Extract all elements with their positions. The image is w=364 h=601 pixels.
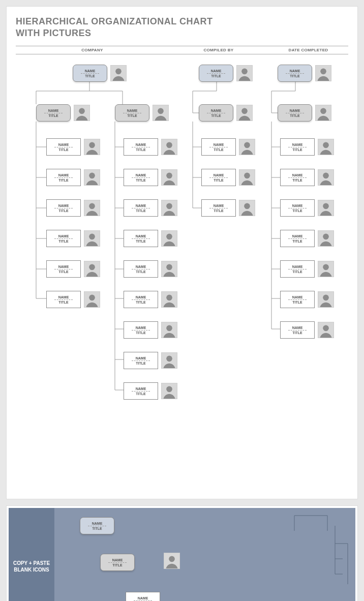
manager-node-col3[interactable]: NAME TITLE (199, 104, 253, 122)
child-node[interactable]: NAMETITLE (124, 321, 177, 339)
card-child[interactable]: NAMETITLE (124, 199, 158, 217)
child-node[interactable]: NAMETITLE (280, 169, 334, 186)
child-node[interactable]: NAMETITLE (280, 138, 334, 156)
card-child[interactable]: NAMETITLE (201, 138, 236, 156)
child-node[interactable]: NAMETITLE (201, 199, 255, 217)
card-child[interactable]: NAMETITLE (280, 199, 315, 217)
card-child[interactable]: NAMETITLE (124, 260, 158, 278)
card-title: TITLE (136, 270, 145, 274)
svg-point-61 (166, 356, 172, 362)
person-icon (162, 262, 176, 277)
card-manager-col2[interactable]: NAME TITLE (115, 104, 149, 122)
card-title: TITLE (58, 300, 68, 304)
card-blank-grey[interactable]: NAME TITLE (100, 554, 135, 571)
blank-connector-lines (254, 508, 355, 589)
card-divider (81, 73, 99, 74)
card-child[interactable]: NAMETITLE (124, 291, 158, 308)
child-node[interactable]: NAMETITLE (280, 291, 334, 308)
avatar-placeholder (239, 200, 255, 216)
person-icon (319, 232, 333, 246)
child-node[interactable]: NAMETITLE (46, 230, 100, 247)
card-name: NAME (292, 234, 303, 238)
child-node[interactable]: NAMETITLE (201, 169, 255, 186)
blank-card-grey[interactable]: NAME TITLE (100, 554, 135, 571)
card-child[interactable]: NAMETITLE (124, 230, 158, 247)
manager-node-col2[interactable]: NAME TITLE (115, 104, 169, 122)
svg-point-72 (323, 325, 329, 332)
svg-point-58 (166, 264, 172, 271)
card-child[interactable]: NAMETITLE (124, 352, 158, 369)
card-top-col4[interactable]: NAME TITLE (278, 65, 312, 82)
card-child[interactable]: NAMETITLE (124, 321, 158, 339)
svg-point-48 (89, 142, 95, 148)
child-node[interactable]: NAMETITLE (280, 199, 334, 217)
card-title: TITLE (211, 74, 221, 78)
card-manager-col1[interactable]: NAME TITLE (36, 104, 71, 122)
svg-point-55 (166, 173, 172, 179)
child-node[interactable]: NAMETITLE (46, 138, 100, 156)
child-node[interactable]: NAMETITLE (124, 352, 177, 369)
child-node[interactable]: NAMETITLE (124, 169, 177, 186)
card-name: NAME (136, 143, 146, 146)
child-node[interactable]: NAMETITLE (201, 138, 255, 156)
card-child[interactable]: NAMETITLE (124, 169, 158, 186)
manager-node-col1[interactable]: NAME TITLE (36, 104, 90, 122)
card-child[interactable]: NAMETITLE (46, 138, 81, 156)
card-title: TITLE (136, 331, 145, 335)
blank-avatar[interactable] (164, 553, 180, 569)
card-child[interactable]: NAMETITLE (46, 169, 81, 186)
card-divider (207, 113, 225, 113)
card-divider (54, 269, 73, 269)
avatar-placeholder (161, 169, 177, 186)
child-node[interactable]: NAMETITLE (46, 260, 100, 278)
card-name: NAME (58, 204, 69, 207)
svg-point-54 (166, 142, 172, 148)
card-child[interactable]: NAMETITLE (280, 230, 315, 247)
card-blank-white[interactable]: NAME TITLE (126, 592, 160, 601)
card-child[interactable]: NAMETITLE (280, 321, 315, 339)
top-node-col12[interactable]: NAME TITLE (73, 65, 127, 82)
child-node[interactable]: NAMETITLE (280, 260, 334, 278)
card-title: TITLE (292, 239, 302, 243)
child-node[interactable]: NAMETITLE (280, 230, 334, 247)
child-node[interactable]: NAMETITLE (124, 199, 177, 217)
card-child[interactable]: NAMETITLE (280, 291, 315, 308)
child-node[interactable]: NAMETITLE (124, 260, 177, 278)
title-line-1: HIERARCHICAL ORGANIZATIONAL CHART (16, 16, 213, 26)
card-child[interactable]: NAMETITLE (46, 260, 81, 278)
child-node[interactable]: NAMETITLE (124, 230, 177, 247)
card-top-col12[interactable]: NAME TITLE (73, 65, 107, 82)
card-blank-blue[interactable]: NAME TITLE (80, 517, 114, 534)
card-child[interactable]: NAMETITLE (46, 199, 81, 217)
child-node[interactable]: NAMETITLE (124, 138, 177, 156)
child-node[interactable]: NAMETITLE (124, 291, 177, 308)
card-title: TITLE (58, 209, 68, 213)
blank-card-blue[interactable]: NAME TITLE (80, 517, 114, 534)
child-node[interactable]: NAMETITLE (124, 382, 177, 400)
card-top-col3[interactable]: NAME TITLE (199, 65, 233, 82)
card-child[interactable]: NAMETITLE (280, 260, 315, 278)
card-child[interactable]: NAMETITLE (124, 382, 158, 400)
child-node[interactable]: NAMETITLE (46, 199, 100, 217)
person-icon (319, 171, 333, 185)
child-node[interactable]: NAMETITLE (280, 321, 334, 339)
manager-node-col4[interactable]: NAME TITLE (278, 104, 331, 122)
card-child[interactable]: NAMETITLE (46, 291, 81, 308)
card-child[interactable]: NAMETITLE (201, 169, 236, 186)
card-child[interactable]: NAMETITLE (201, 199, 236, 217)
card-child[interactable]: NAMETITLE (124, 138, 158, 156)
field-header-row: COMPANY COMPILED BY DATE COMPLETED (16, 46, 348, 54)
top-node-col3[interactable]: NAME TITLE (199, 65, 253, 82)
avatar-placeholder (318, 230, 334, 247)
child-node[interactable]: NAMETITLE (46, 169, 100, 186)
top-node-col4[interactable]: NAME TITLE (278, 65, 331, 82)
card-child[interactable]: NAMETITLE (46, 230, 81, 247)
card-manager-col3[interactable]: NAME TITLE (199, 104, 233, 122)
card-child[interactable]: NAMETITLE (280, 138, 315, 156)
card-child[interactable]: NAMETITLE (280, 169, 315, 186)
card-manager-col4[interactable]: NAME TITLE (278, 104, 312, 122)
blank-card-white[interactable]: NAME TITLE (126, 592, 160, 601)
person-icon (162, 323, 176, 338)
child-node[interactable]: NAMETITLE (46, 291, 100, 308)
card-title: TITLE (136, 392, 145, 396)
